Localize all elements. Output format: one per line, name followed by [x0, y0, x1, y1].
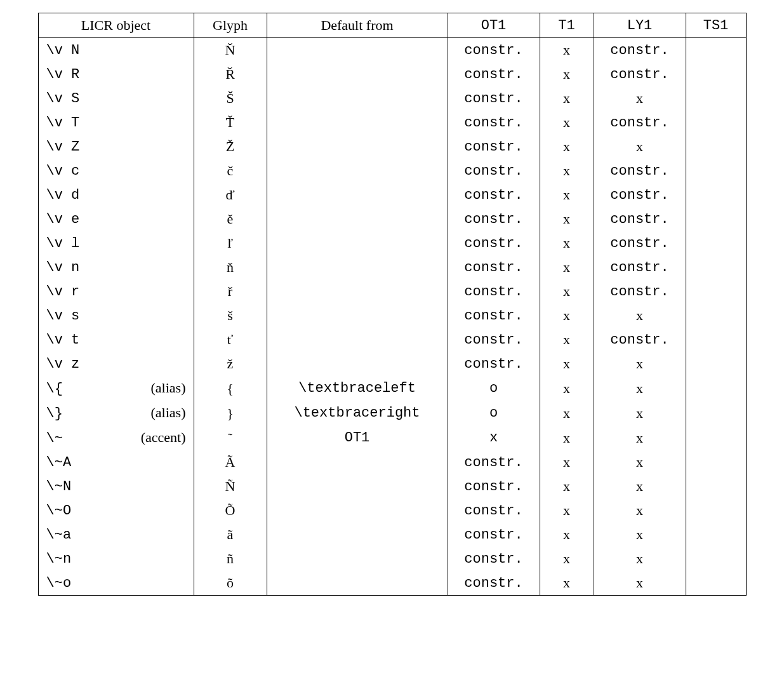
ts1-cell: [686, 401, 746, 425]
table-row: \~aãconstr.xx: [38, 523, 746, 547]
default-cell: \textbraceleft: [267, 376, 448, 401]
t1-cell: x: [540, 547, 594, 571]
ly1-cell: constr.: [594, 279, 686, 304]
default-cell: [267, 159, 448, 183]
glyph-cell: š: [194, 304, 267, 328]
header-t1: T1: [540, 13, 594, 38]
t1-cell: x: [540, 62, 594, 86]
ot1-cell: constr.: [448, 304, 540, 328]
ly1-cell: x: [594, 304, 686, 328]
default-cell: [267, 328, 448, 352]
ot1-cell: x: [448, 425, 540, 450]
t1-cell: x: [540, 499, 594, 523]
licr-cell: \~a: [38, 523, 194, 547]
default-cell: [267, 474, 448, 499]
licr-note: (accent): [141, 429, 186, 446]
table-row: \~nñconstr.xx: [38, 547, 746, 571]
ts1-cell: [686, 571, 746, 596]
ts1-cell: [686, 159, 746, 183]
ts1-cell: [686, 183, 746, 207]
default-cell: [267, 450, 448, 474]
default-cell: [267, 499, 448, 523]
ly1-cell: x: [594, 474, 686, 499]
ot1-cell: constr.: [448, 571, 540, 596]
default-cell: [267, 523, 448, 547]
ly1-cell: constr.: [594, 62, 686, 86]
table-row: \v rřconstr.xconstr.: [38, 279, 746, 304]
t1-cell: x: [540, 231, 594, 255]
licr-cell: \v R: [38, 62, 194, 86]
t1-cell: x: [540, 86, 594, 110]
ts1-cell: [686, 110, 746, 135]
licr-command: \v d: [46, 187, 80, 203]
header-row: LICR object Glyph Default from OT1 T1 LY…: [38, 13, 746, 38]
ts1-cell: [686, 328, 746, 352]
t1-cell: x: [540, 110, 594, 135]
licr-cell: \v n: [38, 255, 194, 279]
licr-cell: \~A: [38, 450, 194, 474]
licr-command: \~n: [46, 551, 72, 567]
ts1-cell: [686, 207, 746, 231]
glyph-cell: ť: [194, 328, 267, 352]
licr-cell: \~o: [38, 571, 194, 596]
default-cell: [267, 62, 448, 86]
table-row: \~oõconstr.xx: [38, 571, 746, 596]
default-cell: [267, 86, 448, 110]
licr-command: \v Z: [46, 139, 80, 155]
ts1-cell: [686, 86, 746, 110]
default-cell: [267, 183, 448, 207]
glyph-cell: č: [194, 159, 267, 183]
table-row: \v RŘconstr.xconstr.: [38, 62, 746, 86]
table-row: \v lľconstr.xconstr.: [38, 231, 746, 255]
table-row: \~(accent)˜OT1xxx: [38, 425, 746, 450]
licr-command: \v e: [46, 211, 80, 227]
licr-cell: \~N: [38, 474, 194, 499]
ts1-cell: [686, 231, 746, 255]
default-cell: [267, 304, 448, 328]
ot1-cell: constr.: [448, 474, 540, 499]
ts1-cell: [686, 38, 746, 63]
default-cell: [267, 231, 448, 255]
ts1-cell: [686, 523, 746, 547]
licr-command: \v t: [46, 332, 80, 348]
ot1-cell: constr.: [448, 499, 540, 523]
glyph-cell: ñ: [194, 547, 267, 571]
ly1-cell: constr.: [594, 38, 686, 63]
table-row: \~NÑconstr.xx: [38, 474, 746, 499]
licr-command: \~: [46, 431, 63, 446]
glyph-cell: ř: [194, 279, 267, 304]
default-cell: [267, 207, 448, 231]
ot1-cell: constr.: [448, 450, 540, 474]
ly1-cell: x: [594, 86, 686, 110]
licr-command: \~O: [46, 503, 72, 519]
ts1-cell: [686, 499, 746, 523]
licr-command: \{: [46, 381, 63, 397]
licr-command: \v s: [46, 308, 80, 324]
table-row: \v ZŽconstr.xx: [38, 135, 746, 159]
licr-cell: \v e: [38, 207, 194, 231]
t1-cell: x: [540, 183, 594, 207]
ot1-cell: constr.: [448, 86, 540, 110]
licr-cell: \~O: [38, 499, 194, 523]
licr-command: \v l: [46, 236, 80, 251]
licr-command: \~A: [46, 455, 72, 471]
table-row: \v SŠconstr.xx: [38, 86, 746, 110]
default-cell: [267, 38, 448, 63]
glyph-cell: ã: [194, 523, 267, 547]
ts1-cell: [686, 255, 746, 279]
licr-command: \v S: [46, 91, 80, 107]
default-cell: [267, 255, 448, 279]
licr-command: \~a: [46, 527, 72, 543]
glyph-cell: ď: [194, 183, 267, 207]
licr-cell: \v S: [38, 86, 194, 110]
licr-command: \v r: [46, 284, 80, 300]
table-row: \v eěconstr.xconstr.: [38, 207, 746, 231]
ly1-cell: constr.: [594, 231, 686, 255]
ot1-cell: constr.: [448, 183, 540, 207]
table-body: \v NŇconstr.xconstr.\v RŘconstr.xconstr.…: [38, 38, 746, 596]
licr-cell: \v T: [38, 110, 194, 135]
glyph-cell: Ř: [194, 62, 267, 86]
ly1-cell: x: [594, 135, 686, 159]
t1-cell: x: [540, 425, 594, 450]
table-row: \~OÕconstr.xx: [38, 499, 746, 523]
